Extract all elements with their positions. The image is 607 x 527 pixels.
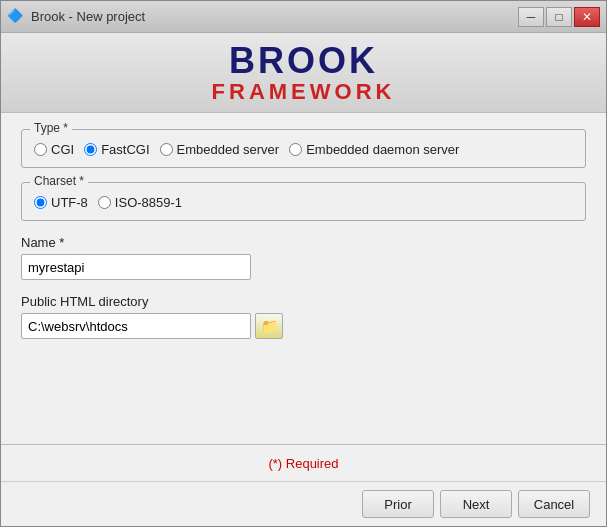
public-html-input[interactable] <box>21 313 251 339</box>
title-bar: 🔷 Brook - New project ─ □ ✕ <box>1 1 606 33</box>
logo-brook: BROOK <box>212 41 396 81</box>
button-row: Prior Next Cancel <box>1 481 606 526</box>
next-button[interactable]: Next <box>440 490 512 518</box>
type-group: Type * CGI FastCGI Embedded server Embed… <box>21 129 586 168</box>
content-area: Type * CGI FastCGI Embedded server Embed… <box>1 113 606 444</box>
name-input[interactable] <box>21 254 251 280</box>
charset-utf8-option[interactable]: UTF-8 <box>34 195 88 210</box>
type-embedded-daemon-radio[interactable] <box>289 143 302 156</box>
type-cgi-radio[interactable] <box>34 143 47 156</box>
name-label: Name * <box>21 235 586 250</box>
type-embedded-daemon-option[interactable]: Embedded daemon server <box>289 142 459 157</box>
cancel-button[interactable]: Cancel <box>518 490 590 518</box>
folder-icon: 📁 <box>261 318 278 334</box>
type-embedded-server-option[interactable]: Embedded server <box>160 142 280 157</box>
type-fastcgi-radio[interactable] <box>84 143 97 156</box>
app-icon: 🔷 <box>7 8 25 26</box>
charset-utf8-radio[interactable] <box>34 196 47 209</box>
charset-radio-group: UTF-8 ISO-8859-1 <box>34 191 573 210</box>
dir-row: 📁 <box>21 313 586 339</box>
close-button[interactable]: ✕ <box>574 7 600 27</box>
public-html-section: Public HTML directory 📁 <box>21 294 586 339</box>
maximize-button[interactable]: □ <box>546 7 572 27</box>
type-radio-group: CGI FastCGI Embedded server Embedded dae… <box>34 138 573 157</box>
logo-framework: FRAMEWORK <box>212 80 396 104</box>
type-embedded-server-radio[interactable] <box>160 143 173 156</box>
charset-iso-option[interactable]: ISO-8859-1 <box>98 195 182 210</box>
browse-button[interactable]: 📁 <box>255 313 283 339</box>
logo-area: BROOK FRAMEWORK <box>1 33 606 113</box>
required-text: (*) Required <box>1 445 606 481</box>
charset-iso-radio[interactable] <box>98 196 111 209</box>
public-html-label: Public HTML directory <box>21 294 586 309</box>
window-controls: ─ □ ✕ <box>518 7 600 27</box>
type-cgi-option[interactable]: CGI <box>34 142 74 157</box>
main-window: 🔷 Brook - New project ─ □ ✕ BROOK FRAMEW… <box>0 0 607 527</box>
type-embedded-daemon-label: Embedded daemon server <box>306 142 459 157</box>
logo: BROOK FRAMEWORK <box>212 41 396 105</box>
charset-utf8-label: UTF-8 <box>51 195 88 210</box>
type-embedded-server-label: Embedded server <box>177 142 280 157</box>
window-title: Brook - New project <box>31 9 145 24</box>
charset-iso-label: ISO-8859-1 <box>115 195 182 210</box>
name-section: Name * <box>21 235 586 280</box>
type-fastcgi-label: FastCGI <box>101 142 149 157</box>
type-cgi-label: CGI <box>51 142 74 157</box>
minimize-button[interactable]: ─ <box>518 7 544 27</box>
prior-button[interactable]: Prior <box>362 490 434 518</box>
footer: (*) Required Prior Next Cancel <box>1 444 606 526</box>
type-fastcgi-option[interactable]: FastCGI <box>84 142 149 157</box>
title-bar-left: 🔷 Brook - New project <box>7 8 145 26</box>
type-legend: Type * <box>30 121 72 135</box>
charset-legend: Charset * <box>30 174 88 188</box>
charset-group: Charset * UTF-8 ISO-8859-1 <box>21 182 586 221</box>
